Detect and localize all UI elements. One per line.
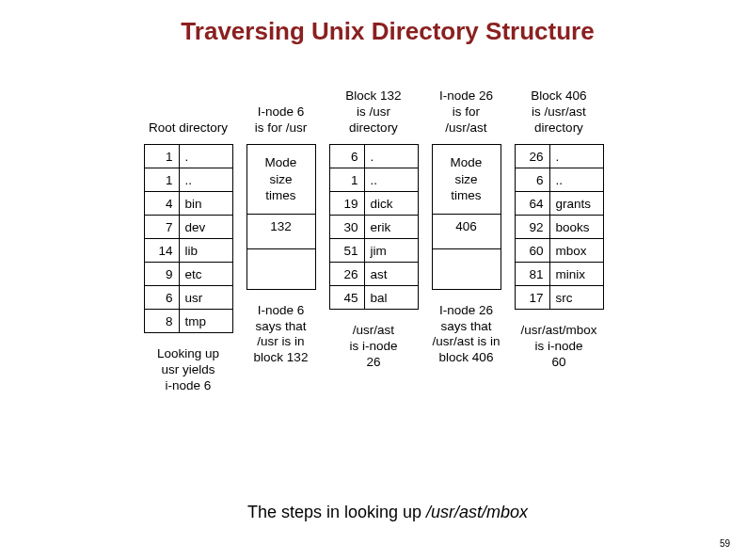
entry-name-cell: jim — [364, 239, 418, 263]
inode-number-cell: 6 — [144, 286, 179, 310]
entry-name-cell: src — [549, 286, 603, 310]
directory-table: 1.1..4bin7dev14lib9etc6usr8tmp — [144, 144, 233, 333]
inode-number-cell: 26 — [515, 145, 549, 168]
column-header: Root directory — [149, 82, 228, 136]
table-row: 8tmp — [144, 310, 232, 333]
inode-number-cell: 26 — [329, 263, 364, 286]
column-footer: I-node 6 says that /usr is in block 132 — [254, 303, 309, 367]
entry-name-cell: dev — [179, 216, 232, 239]
inode-empty — [247, 249, 315, 289]
table-row: 60mbox — [515, 239, 603, 263]
inode-number-cell: 64 — [515, 192, 549, 216]
table-row: 9etc — [144, 263, 232, 286]
column-1: I-node 6 is for /usrMode size times132I-… — [246, 82, 316, 394]
entry-name-cell: .. — [549, 168, 603, 192]
table-row: 6. — [329, 145, 418, 168]
entry-name-cell: .. — [364, 168, 418, 192]
inode-number-cell: 1 — [329, 168, 364, 192]
table-row: 64grants — [515, 192, 603, 216]
inode-number-cell: 60 — [515, 239, 549, 263]
column-header: I-node 6 is for /usr — [255, 82, 308, 136]
inode-empty — [433, 249, 501, 289]
directory-table: 6.1..19dick30erik51jim26ast45bal — [329, 144, 419, 310]
inode-number-cell: 30 — [329, 216, 364, 239]
entry-name-cell: . — [549, 145, 603, 168]
inode-attributes: Mode size times — [433, 145, 501, 215]
entry-name-cell: etc — [179, 263, 232, 286]
table-row: 6usr — [144, 286, 232, 310]
inode-number-cell: 45 — [329, 286, 364, 310]
inode-attributes: Mode size times — [247, 145, 315, 215]
entry-name-cell: bin — [179, 192, 232, 216]
table-row: 26ast — [329, 263, 418, 286]
table-row: 1.. — [144, 168, 232, 192]
table-row: 1.. — [329, 168, 418, 192]
column-2: Block 132 is /usr directory6.1..19dick30… — [329, 82, 419, 394]
column-footer: /usr/ast/mbox is i-node 60 — [520, 323, 596, 371]
column-0: Root directory1.1..4bin7dev14lib9etc6usr… — [144, 82, 233, 394]
inode-number-cell: 9 — [144, 263, 179, 286]
table-row: 6.. — [515, 168, 603, 192]
inode-number-cell: 92 — [515, 216, 549, 239]
entry-name-cell: usr — [179, 286, 232, 310]
inode-number-cell: 51 — [329, 239, 364, 263]
table-row: 4bin — [144, 192, 232, 216]
inode-box: Mode size times406 — [432, 144, 501, 290]
column-4: Block 406 is /usr/ast directory26.6..64g… — [515, 82, 604, 394]
table-row: 81minix — [515, 263, 603, 286]
column-header: Block 406 is /usr/ast directory — [531, 82, 586, 136]
inode-number-cell: 17 — [515, 286, 549, 310]
entry-name-cell: dick — [364, 192, 418, 216]
inode-number-cell: 8 — [144, 310, 179, 333]
table-row: 30erik — [329, 216, 418, 239]
inode-number-cell: 6 — [515, 168, 549, 192]
inode-number-cell: 1 — [144, 168, 179, 192]
column-header: I-node 26 is for /usr/ast — [439, 82, 493, 136]
inode-number-cell: 81 — [515, 263, 549, 286]
entry-name-cell: grants — [549, 192, 603, 216]
entry-name-cell: ast — [364, 263, 418, 286]
table-row: 92books — [515, 216, 603, 239]
table-row: 7dev — [144, 216, 232, 239]
inode-number-cell: 7 — [144, 216, 179, 239]
entry-name-cell: tmp — [179, 310, 232, 333]
caption-path: /usr/ast/mbox — [426, 503, 528, 521]
table-row: 1. — [144, 145, 232, 168]
inode-box: Mode size times132 — [246, 144, 316, 290]
entry-name-cell: lib — [179, 239, 232, 263]
table-row: 19dick — [329, 192, 418, 216]
table-row: 26. — [515, 145, 603, 168]
entry-name-cell: .. — [179, 168, 232, 192]
entry-name-cell: bal — [364, 286, 418, 310]
inode-number-cell: 14 — [144, 239, 179, 263]
table-row: 14lib — [144, 239, 232, 263]
inode-block-pointer: 406 — [433, 215, 501, 249]
page-number: 59 — [720, 538, 730, 549]
caption: The steps in looking up /usr/ast/mbox — [0, 503, 747, 522]
column-footer: I-node 26 says that /usr/ast is in block… — [432, 303, 500, 367]
inode-block-pointer: 132 — [247, 215, 315, 249]
directory-table: 26.6..64grants92books60mbox81minix17src — [515, 144, 604, 310]
entry-name-cell: . — [364, 145, 418, 168]
inode-number-cell: 6 — [329, 145, 364, 168]
inode-number-cell: 4 — [144, 192, 179, 216]
column-footer: /usr/ast is i-node 26 — [349, 323, 397, 371]
inode-number-cell: 1 — [144, 145, 179, 168]
inode-number-cell: 19 — [329, 192, 364, 216]
entry-name-cell: . — [179, 145, 232, 168]
entry-name-cell: minix — [549, 263, 603, 286]
table-row: 51jim — [329, 239, 418, 263]
column-3: I-node 26 is for /usr/astMode size times… — [432, 82, 501, 394]
table-row: 45bal — [329, 286, 418, 310]
table-row: 17src — [515, 286, 603, 310]
slide-title: Traversing Unix Directory Structure — [0, 17, 747, 46]
column-footer: Looking up usr yields i-node 6 — [157, 346, 219, 394]
caption-text: The steps in looking up — [247, 503, 426, 521]
directory-traversal-diagram: Root directory1.1..4bin7dev14lib9etc6usr… — [0, 82, 747, 394]
entry-name-cell: mbox — [549, 239, 603, 263]
entry-name-cell: books — [549, 216, 603, 239]
column-header: Block 132 is /usr directory — [345, 82, 401, 136]
entry-name-cell: erik — [364, 216, 418, 239]
